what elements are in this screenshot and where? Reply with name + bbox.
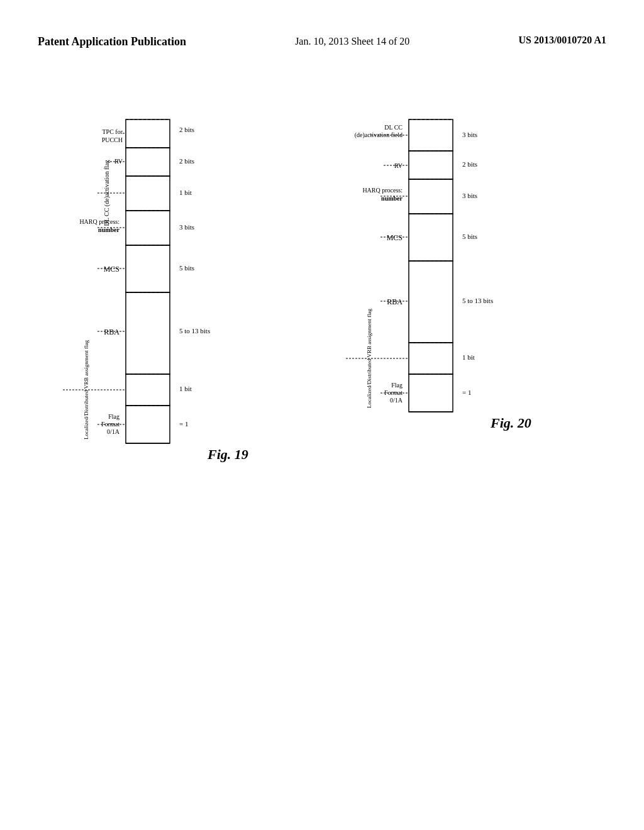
svg-text:5 bits: 5 bits bbox=[179, 264, 194, 272]
svg-rect-27 bbox=[126, 292, 170, 374]
svg-rect-11 bbox=[126, 176, 170, 211]
diagram-area: 2 bits TPC for PUCCH 2 bits RV 1 bit DL … bbox=[0, 101, 644, 830]
svg-text:5 to 13 bits: 5 to 13 bits bbox=[179, 327, 210, 335]
svg-text:PUCCH: PUCCH bbox=[102, 136, 123, 143]
svg-text:0/1A: 0/1A bbox=[390, 397, 403, 404]
svg-rect-57 bbox=[409, 179, 453, 214]
svg-rect-16 bbox=[126, 211, 170, 245]
svg-rect-52 bbox=[409, 151, 453, 179]
svg-text:RBA: RBA bbox=[387, 297, 402, 306]
svg-text:Fig. 20: Fig. 20 bbox=[490, 415, 531, 431]
svg-text:3 bits: 3 bits bbox=[462, 192, 477, 199]
fig19-diagram: 2 bits TPC for PUCCH 2 bits RV 1 bit DL … bbox=[25, 107, 264, 799]
page-header: Patent Application Publication Jan. 10, … bbox=[0, 35, 644, 49]
svg-text:1 bit: 1 bit bbox=[179, 189, 192, 196]
svg-text:5 bits: 5 bits bbox=[462, 233, 477, 240]
svg-text:= 1: = 1 bbox=[462, 389, 471, 396]
svg-rect-73 bbox=[409, 343, 453, 374]
svg-text:TPC for: TPC for bbox=[103, 128, 123, 135]
svg-text:3 bits: 3 bits bbox=[179, 223, 194, 231]
patent-number: US 2013/0010720 A1 bbox=[518, 35, 606, 46]
svg-text:Fig. 19: Fig. 19 bbox=[207, 446, 248, 462]
svg-text:1 bit: 1 bit bbox=[179, 385, 192, 392]
svg-text:5 to 13 bits: 5 to 13 bits bbox=[462, 297, 493, 304]
svg-text:RV: RV bbox=[114, 158, 123, 165]
svg-rect-22 bbox=[126, 245, 170, 292]
svg-text:MCS: MCS bbox=[104, 265, 119, 274]
svg-text:2 bits: 2 bits bbox=[179, 126, 194, 133]
svg-text:MCS: MCS bbox=[387, 233, 402, 242]
svg-text:RV: RV bbox=[394, 162, 403, 169]
svg-rect-37 bbox=[126, 406, 170, 443]
svg-rect-32 bbox=[126, 374, 170, 406]
svg-text:= 1: = 1 bbox=[179, 420, 188, 428]
svg-rect-78 bbox=[409, 374, 453, 412]
svg-text:2 bits: 2 bits bbox=[179, 157, 194, 165]
svg-rect-68 bbox=[409, 261, 453, 343]
svg-text:HARQ process:: HARQ process: bbox=[79, 218, 119, 225]
fig20-diagram: 3 bits DL CC (de)activation field 2 bits… bbox=[308, 107, 560, 799]
svg-text:HARQ process:: HARQ process: bbox=[362, 187, 402, 194]
svg-rect-0 bbox=[126, 119, 170, 148]
svg-rect-46 bbox=[409, 119, 453, 151]
svg-text:Flag: Flag bbox=[108, 413, 119, 420]
svg-rect-6 bbox=[126, 148, 170, 176]
svg-text:0/1A: 0/1A bbox=[107, 428, 120, 435]
svg-text:RBA: RBA bbox=[104, 328, 119, 336]
publication-title: Patent Application Publication bbox=[38, 35, 186, 49]
svg-text:DL CC: DL CC bbox=[384, 124, 402, 131]
svg-text:3 bits: 3 bits bbox=[462, 131, 477, 138]
svg-text:2 bits: 2 bits bbox=[462, 160, 477, 168]
svg-rect-63 bbox=[409, 214, 453, 261]
sheet-info: Jan. 10, 2013 Sheet 14 of 20 bbox=[295, 35, 409, 48]
svg-text:Flag: Flag bbox=[391, 382, 402, 389]
svg-text:1 bit: 1 bit bbox=[462, 353, 475, 361]
